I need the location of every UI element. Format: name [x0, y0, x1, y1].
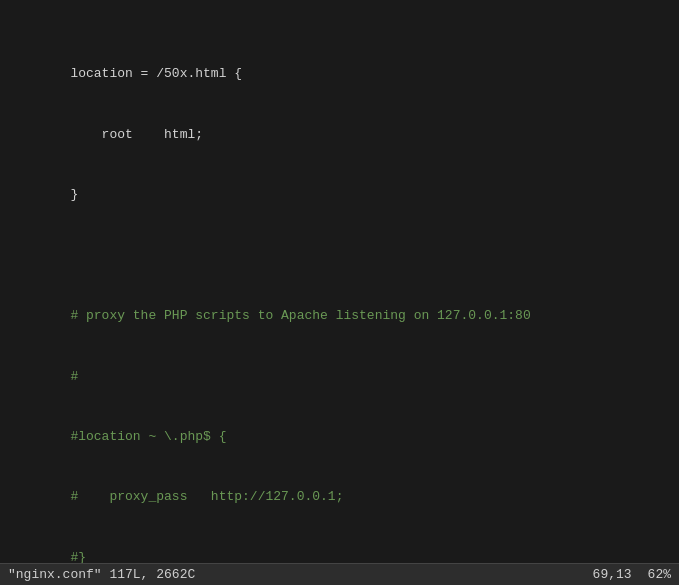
- code-line: }: [0, 185, 679, 205]
- status-left: "nginx.conf" 117L, 2662C: [8, 567, 195, 582]
- code-line: #}: [0, 548, 679, 563]
- editor: location = /50x.html { root html; } # pr…: [0, 0, 679, 585]
- code-line: #: [0, 367, 679, 387]
- code-area[interactable]: location = /50x.html { root html; } # pr…: [0, 0, 679, 563]
- code-line: [0, 246, 679, 266]
- status-filename: "nginx.conf" 117L, 2662C: [8, 567, 195, 582]
- code-line: # proxy_pass http://127.0.0.1;: [0, 487, 679, 507]
- status-right: 69,13 62%: [593, 567, 671, 582]
- code-line: location = /50x.html {: [0, 64, 679, 84]
- code-line: # proxy the PHP scripts to Apache listen…: [0, 306, 679, 326]
- code-line: #location ~ \.php$ {: [0, 427, 679, 447]
- code-content: location = /50x.html { root html; } # pr…: [0, 0, 679, 563]
- status-position: 69,13: [593, 567, 632, 582]
- status-zoom: 62%: [648, 567, 671, 582]
- code-line: root html;: [0, 125, 679, 145]
- status-bar: "nginx.conf" 117L, 2662C 69,13 62%: [0, 563, 679, 585]
